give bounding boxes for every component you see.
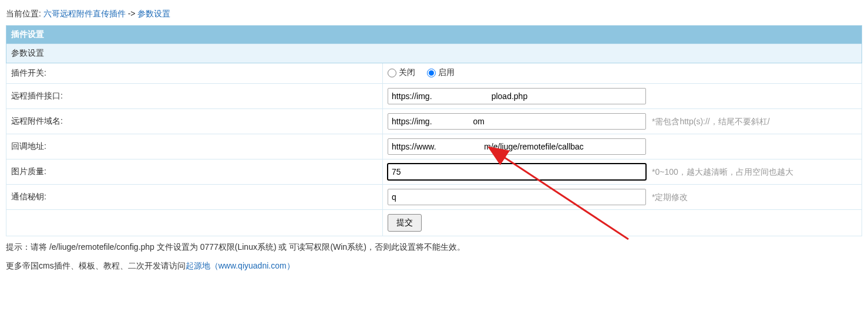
breadcrumb-sep: -> xyxy=(128,9,136,18)
more-prefix: 更多帝国cms插件、模板、教程、二次开发请访问 xyxy=(6,261,186,270)
label-quality: 图片质量: xyxy=(6,159,383,184)
radio-off[interactable] xyxy=(388,69,396,77)
radio-on[interactable] xyxy=(427,69,436,77)
more-link[interactable]: 起源地（www.qiyuadni.com） xyxy=(186,261,295,270)
breadcrumb: 当前位置: 六哥远程附件直传插件 -> 参数设置 xyxy=(6,6,862,25)
label-callback: 回调地址: xyxy=(6,134,383,159)
input-secret[interactable] xyxy=(388,189,646,205)
radio-on-label[interactable]: 启用 xyxy=(427,67,455,78)
label-remote-api: 远程插件接口: xyxy=(6,83,383,108)
label-remote-domain: 远程附件域名: xyxy=(6,108,383,134)
input-callback[interactable] xyxy=(388,138,646,155)
hint-remote-domain: *需包含http(s)://，结尾不要斜杠/ xyxy=(652,117,770,126)
tip-text: 提示：请将 /e/liuge/remotefile/config.php 文件设… xyxy=(6,236,862,255)
settings-table: 插件设置 参数设置 插件开关: 关闭 启用 远程插件接口: 远程附件域名: xyxy=(6,25,862,236)
more-link-row: 更多帝国cms插件、模板、教程、二次开发请访问起源地（www.qiyuadni.… xyxy=(6,255,862,277)
hint-quality: *0~100，越大越清晰，占用空间也越大 xyxy=(652,167,793,176)
label-plugin-switch: 插件开关: xyxy=(6,63,383,84)
hint-secret: *定期修改 xyxy=(652,192,688,202)
breadcrumb-link-params[interactable]: 参数设置 xyxy=(137,9,170,18)
label-submit-empty xyxy=(6,209,383,236)
breadcrumb-link-plugin[interactable]: 六哥远程附件直传插件 xyxy=(43,9,126,18)
input-remote-api[interactable] xyxy=(388,88,646,104)
input-quality[interactable] xyxy=(388,164,646,180)
table-subheader-param-settings: 参数设置 xyxy=(6,44,862,63)
table-header-plugin-settings: 插件设置 xyxy=(6,26,862,44)
submit-button[interactable]: 提交 xyxy=(388,214,422,232)
radio-on-text: 启用 xyxy=(438,67,455,78)
input-remote-domain[interactable] xyxy=(388,113,646,130)
breadcrumb-label: 当前位置: xyxy=(6,9,41,18)
label-secret: 通信秘钥: xyxy=(6,184,383,209)
radio-group-switch: 关闭 启用 xyxy=(388,70,464,79)
radio-off-label[interactable]: 关闭 xyxy=(388,67,415,78)
radio-off-text: 关闭 xyxy=(399,67,415,78)
